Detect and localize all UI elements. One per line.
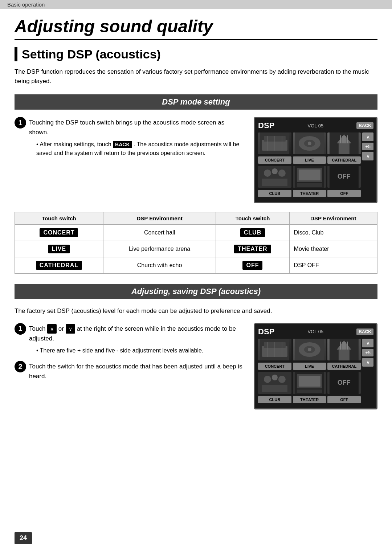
section2-step1-row: 1 Touch ∧ or ∨ at the right of the scree… — [15, 323, 243, 355]
dsp2-up-arrow[interactable]: ∧ — [362, 339, 373, 347]
theater-badge[interactable]: THEATER — [234, 245, 271, 253]
dsp-live-img — [293, 132, 326, 154]
svg-text:OFF: OFF — [338, 173, 351, 180]
dsp2-club-btn[interactable]: CLUB — [258, 396, 291, 403]
dsp-screen2-label: DSP — [258, 327, 274, 336]
dsp-concert-btn[interactable]: CONCERT — [258, 156, 291, 164]
table-header-env1: DSP Environment — [103, 212, 216, 225]
top-bar-label: Basic operation — [7, 1, 45, 8]
svg-rect-11 — [339, 143, 350, 154]
top-bar: Basic operation — [0, 0, 392, 9]
dsp-instructions: 1 Touching the DSP touch switch brings u… — [15, 117, 243, 161]
dsp-screen1-back[interactable]: BACK — [356, 122, 373, 129]
dsp-btn-row1: CONCERT LIVE CATHEDRAL — [258, 156, 361, 164]
svg-point-18 — [272, 168, 278, 174]
svg-point-19 — [278, 170, 286, 177]
svg-point-44 — [264, 376, 271, 383]
dsp-screen1-header: DSP VOL 05 BACK — [258, 121, 373, 130]
section1-intro: The DSP function reproduces the sensatio… — [15, 67, 377, 86]
dsp2-btn-row1: CONCERT LIVE CATHEDRAL — [258, 363, 361, 370]
dsp-screen1-label: DSP — [258, 121, 274, 130]
subsection1-header: DSP mode setting — [15, 94, 377, 110]
table-cell-theater-switch: THEATER — [216, 241, 289, 257]
dsp-theater-btn[interactable]: THEATER — [293, 190, 326, 197]
dsp2-live-img — [293, 339, 326, 360]
down-arrow-badge[interactable]: ∨ — [66, 324, 75, 334]
dsp-screen2-back[interactable]: BACK — [356, 328, 373, 335]
dsp-club-btn[interactable]: CLUB — [258, 190, 291, 197]
dsp-images-row1 — [258, 132, 361, 154]
svg-text:OFF: OFF — [338, 379, 351, 386]
step1-bullet: • After making settings, touch BACK . Th… — [36, 140, 243, 158]
dsp-off-img: OFF — [327, 166, 361, 188]
dsp2-concert-btn[interactable]: CONCERT — [258, 363, 291, 370]
up-arrow-badge[interactable]: ∧ — [47, 324, 57, 334]
table-cell-club-env: Disco, Club — [289, 225, 377, 241]
svg-rect-38 — [339, 350, 350, 360]
table-cell-live-env: Live performance arena — [103, 241, 216, 257]
dsp-side-controls1: ∧ +5 ∨ — [362, 132, 373, 199]
cathedral-badge[interactable]: CATHEDRAL — [36, 261, 82, 270]
subsection2-header: Adjusting, saving DSP (acoustics) — [15, 284, 377, 299]
table-cell-concert-env: Concert hall — [103, 225, 216, 241]
concert-badge[interactable]: CONCERT — [40, 228, 78, 237]
table-row: CONCERT Concert hall CLUB Disco, Club — [15, 225, 377, 241]
page-title: Adjusting sound quality — [15, 16, 377, 40]
dsp2-images-row1 — [258, 339, 361, 360]
dsp-value1: +5 — [362, 143, 373, 150]
table-row: LIVE Live performance arena THEATER Movi… — [15, 241, 377, 257]
svg-point-45 — [272, 375, 278, 380]
svg-rect-20 — [262, 179, 287, 186]
dsp2-off-btn[interactable]: OFF — [327, 396, 361, 403]
dsp-btn-row2: CLUB THEATER OFF — [258, 190, 361, 197]
svg-point-46 — [278, 376, 286, 383]
dsp2-theater-img — [293, 372, 326, 394]
section2-step2-text: Touch the switch for the acoustics mode … — [29, 361, 243, 381]
page-number: 24 — [15, 532, 32, 544]
dsp2-down-arrow[interactable]: ∨ — [362, 358, 373, 367]
dsp2-off-img: OFF — [327, 372, 361, 394]
dsp-screen1: DSP VOL 05 BACK — [254, 117, 377, 203]
dsp2-live-btn[interactable]: LIVE — [293, 363, 326, 370]
step1-number: 1 — [15, 117, 26, 128]
live-badge[interactable]: LIVE — [48, 245, 70, 253]
dsp-screen2-vol: VOL 05 — [307, 329, 323, 334]
step1-text: Touching the DSP touch switch brings up … — [29, 117, 243, 158]
step2-instructions: 1 Touch ∧ or ∨ at the right of the scree… — [15, 323, 243, 385]
svg-rect-50 — [299, 376, 320, 387]
dsp2-club-img — [258, 372, 291, 394]
dsp-screen1-body: CONCERT LIVE CATHEDRAL — [258, 132, 373, 199]
table-cell-theater-env: Movie theater — [289, 241, 377, 257]
dsp-theater-img — [293, 166, 326, 188]
section2-step1-bullet: • There are five + side and five - side … — [36, 346, 243, 355]
dsp-screen2-header: DSP VOL 05 BACK — [258, 327, 373, 336]
club-badge[interactable]: CLUB — [240, 228, 265, 237]
dsp2-cathedral-btn[interactable]: CATHEDRAL — [327, 363, 361, 370]
section2-content: 1 Touch ∧ or ∨ at the right of the scree… — [15, 323, 377, 409]
dsp-up-arrow[interactable]: ∧ — [362, 132, 373, 141]
section2-step1-number: 1 — [15, 323, 26, 335]
svg-rect-13 — [342, 136, 346, 143]
dsp-cathedral-btn[interactable]: CATHEDRAL — [327, 156, 361, 164]
svg-rect-24 — [297, 183, 322, 187]
svg-point-36 — [308, 348, 311, 351]
off-badge[interactable]: OFF — [242, 261, 262, 270]
dsp2-concert-img — [258, 339, 291, 360]
dsp-club-img — [258, 166, 291, 188]
dsp-live-btn[interactable]: LIVE — [293, 156, 326, 164]
svg-point-9 — [308, 142, 311, 145]
table-cell-off-switch: OFF — [216, 257, 289, 274]
section2-step1-text: Touch ∧ or ∨ at the right of the screen … — [29, 323, 243, 355]
dsp-table: Touch switch DSP Environment Touch switc… — [15, 212, 377, 274]
dsp-side-controls2: ∧ +5 ∨ — [362, 339, 373, 405]
dsp2-btn-row2: CLUB THEATER OFF — [258, 396, 361, 403]
dsp-value2: +5 — [362, 349, 373, 356]
svg-point-17 — [264, 170, 271, 177]
dsp-down-arrow[interactable]: ∨ — [362, 152, 373, 160]
dsp-screen1-vol: VOL 05 — [307, 123, 323, 128]
table-cell-cathedral-env: Church with echo — [103, 257, 216, 274]
dsp-off-btn[interactable]: OFF — [327, 190, 361, 197]
section2-step2-row: 2 Touch the switch for the acoustics mod… — [15, 361, 243, 381]
table-header-switch1: Touch switch — [15, 212, 103, 225]
dsp2-theater-btn[interactable]: THEATER — [293, 396, 326, 403]
